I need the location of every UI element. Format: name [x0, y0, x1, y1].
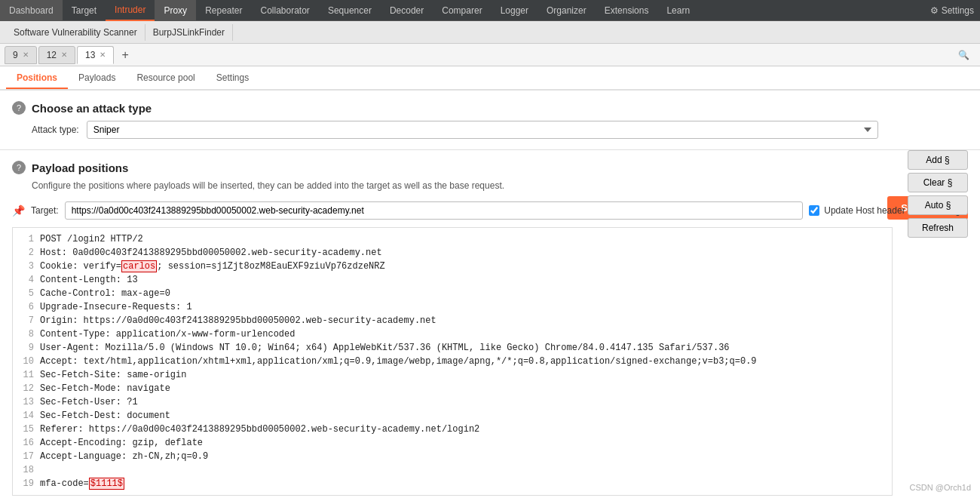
subtab-settings[interactable]: Settings: [206, 68, 259, 89]
menu-extensions[interactable]: Extensions: [596, 0, 658, 21]
code-line-10: 10Accept: text/html,application/xhtml+xm…: [13, 355, 892, 368]
side-buttons: Add § Clear § Auto § Refresh: [908, 150, 968, 238]
line-content: Accept-Language: zh-CN,zh;q=0.9: [40, 450, 208, 463]
code-line-8: 8Content-Type: application/x-www-form-ur…: [13, 327, 892, 341]
code-line-13: 13Sec-Fetch-User: ?1: [13, 395, 892, 409]
code-line-2: 2Host: 0a0d00c403f2413889295bbd00050002.…: [13, 246, 892, 260]
ext-jslinkfinder[interactable]: BurpJSLinkFinder: [145, 24, 233, 41]
line-content: User-Agent: Mozilla/5.0 (Windows NT 10.0…: [40, 341, 730, 355]
code-line-18: 18: [13, 463, 892, 477]
target-row: 📌 Target: Update Host header to match ta…: [12, 201, 968, 220]
menu-learn[interactable]: Learn: [657, 0, 699, 21]
tab-9-label: 9: [13, 50, 18, 60]
code-line-16: 16Accept-Encoding: gzip, deflate: [13, 436, 892, 450]
subtab-positions[interactable]: Positions: [6, 68, 68, 89]
line-number: 5: [16, 287, 34, 300]
code-line-6: 6Upgrade-Insecure-Requests: 1: [13, 300, 892, 314]
clear-section-button[interactable]: Clear §: [908, 173, 968, 192]
line-number: 2: [16, 246, 34, 260]
line-number: 19: [16, 477, 34, 490]
highlight-carlos: carlos: [121, 260, 157, 272]
target-label: Target:: [31, 205, 59, 216]
line-content: Cookie: verify=carlos; session=sj1Zjt8oz…: [40, 260, 385, 273]
attack-section-title: Choose an attack type: [32, 102, 152, 115]
line-content: Host: 0a0d00c403f2413889295bbd00050002.w…: [40, 246, 382, 260]
tab-9[interactable]: 9 ✕: [5, 46, 37, 64]
menu-repeater[interactable]: Repeater: [196, 0, 251, 21]
code-line-17: 17Accept-Language: zh-CN,zh;q=0.9: [13, 450, 892, 463]
attack-help-icon[interactable]: ?: [12, 101, 26, 115]
payload-section-title: Payload positions: [32, 161, 128, 174]
line-number: 10: [16, 355, 34, 368]
line-content: Origin: https://0a0d00c403f2413889295bbd…: [40, 314, 436, 327]
attack-type-section: ? Choose an attack type Attack type: Sni…: [0, 91, 980, 150]
attack-type-label: Attack type:: [32, 124, 79, 135]
extension-bar: Software Vulnerability Scanner BurpJSLin…: [0, 21, 980, 44]
target-input[interactable]: [65, 201, 804, 220]
code-line-1: 1POST /login2 HTTP/2: [13, 232, 892, 246]
line-content: Sec-Fetch-Mode: navigate: [40, 382, 170, 395]
line-number: 3: [16, 260, 34, 273]
menu-decoder[interactable]: Decoder: [381, 0, 433, 21]
tab-12-close[interactable]: ✕: [61, 51, 67, 59]
menu-logger[interactable]: Logger: [492, 0, 537, 21]
request-code-area: 1POST /login2 HTTP/22Host: 0a0d00c403f24…: [12, 227, 893, 496]
tab-12[interactable]: 12 ✕: [38, 46, 75, 64]
code-line-15: 15Referer: https://0a0d00c403f2413889295…: [13, 423, 892, 436]
line-content: Accept: text/html,application/xhtml+xml,…: [40, 355, 757, 368]
menu-organizer[interactable]: Organizer: [537, 0, 596, 21]
line-number: 12: [16, 382, 34, 395]
menu-collaborator[interactable]: Collaborator: [252, 0, 319, 21]
tab-search-icon[interactable]: 🔍: [952, 47, 975, 63]
menu-intruder[interactable]: Intruder: [106, 0, 155, 21]
tab-9-close[interactable]: ✕: [23, 51, 29, 59]
highlight-mfa: $1111$: [89, 478, 124, 490]
tab-13[interactable]: 13 ✕: [77, 46, 114, 64]
subtab-resource-pool[interactable]: Resource pool: [126, 68, 205, 89]
payload-description: Configure the positions where payloads w…: [32, 180, 968, 191]
tab-13-label: 13: [85, 50, 95, 60]
line-content: Upgrade-Insecure-Requests: 1: [40, 300, 192, 314]
line-number: 6: [16, 300, 34, 314]
watermark: CSDN @Orch1d: [910, 483, 971, 492]
menu-sequencer[interactable]: Sequencer: [319, 0, 381, 21]
menu-target[interactable]: Target: [63, 0, 106, 21]
update-host-checkbox[interactable]: [809, 205, 819, 216]
menu-comparer[interactable]: Comparer: [433, 0, 491, 21]
attack-type-select[interactable]: Sniper: [87, 121, 878, 139]
target-pin-icon: 📌: [12, 204, 25, 217]
line-content: Sec-Fetch-Dest: document: [40, 409, 170, 423]
line-number: 15: [16, 423, 34, 436]
payload-help-icon[interactable]: ?: [12, 161, 26, 174]
code-line-14: 14Sec-Fetch-Dest: document: [13, 409, 892, 423]
add-section-button[interactable]: Add §: [908, 150, 968, 170]
tab-bar: 9 ✕ 12 ✕ 13 ✕ + 🔍: [0, 44, 980, 66]
line-number: 16: [16, 436, 34, 450]
tab-12-label: 12: [47, 50, 57, 60]
menu-dashboard[interactable]: Dashboard: [0, 0, 63, 21]
settings-icon[interactable]: ⚙ Settings: [924, 0, 980, 21]
line-content: POST /login2 HTTP/2: [40, 232, 143, 246]
code-line-12: 12Sec-Fetch-Mode: navigate: [13, 382, 892, 395]
ext-vuln-scanner[interactable]: Software Vulnerability Scanner: [6, 24, 145, 41]
auto-section-button[interactable]: Auto §: [908, 195, 968, 215]
code-line-4: 4Content-Length: 13: [13, 273, 892, 287]
line-number: 4: [16, 273, 34, 287]
line-content: Cache-Control: max-age=0: [40, 287, 170, 300]
code-line-7: 7Origin: https://0a0d00c403f2413889295bb…: [13, 314, 892, 327]
code-line-19: 19mfa-code=$1111$: [13, 477, 892, 490]
refresh-button[interactable]: Refresh: [908, 218, 968, 238]
line-content: Content-Length: 13: [40, 273, 138, 287]
sub-tab-bar: Positions Payloads Resource pool Setting…: [0, 66, 980, 91]
main-content: ? Choose an attack type Attack type: Sni…: [0, 91, 980, 498]
line-number: 11: [16, 368, 34, 382]
tab-13-close[interactable]: ✕: [100, 51, 106, 59]
tab-add-button[interactable]: +: [115, 45, 134, 65]
subtab-payloads[interactable]: Payloads: [68, 68, 126, 89]
menu-proxy[interactable]: Proxy: [155, 0, 196, 21]
payload-positions-section: ? Payload positions Configure the positi…: [0, 150, 980, 498]
line-content: Content-Type: application/x-www-form-url…: [40, 327, 295, 341]
line-content: Accept-Encoding: gzip, deflate: [40, 436, 203, 450]
code-line-9: 9User-Agent: Mozilla/5.0 (Windows NT 10.…: [13, 341, 892, 355]
line-content: Sec-Fetch-User: ?1: [40, 395, 138, 409]
